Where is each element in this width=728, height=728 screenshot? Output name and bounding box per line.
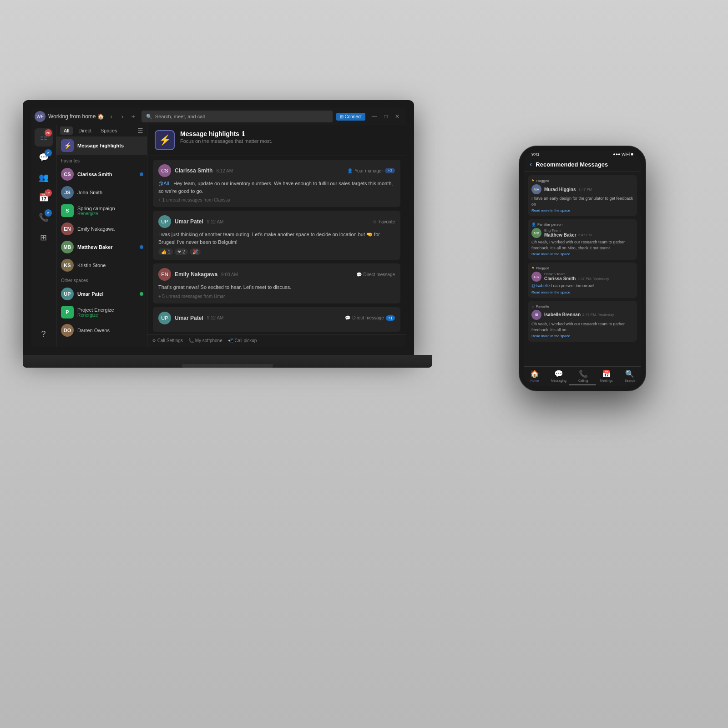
matthew-phone-sender: Matthew Baker — [544, 233, 576, 238]
phone-nav-messaging[interactable]: 💬 Messaging — [551, 369, 566, 382]
messaging-nav-label: Messaging — [551, 379, 566, 382]
laptop-screen: WF Working from home 🏠 ‹ › + 🔍 Search, m… — [31, 108, 406, 347]
softphone-label[interactable]: 📞 My softphone — [188, 338, 222, 343]
search-nav-label: Search — [625, 379, 635, 382]
murad-time: 3:47 PM — [578, 187, 592, 192]
msg2-header: UP Umar Patel 9:12 AM ☆ Favorite — [158, 215, 395, 228]
filter-icon[interactable]: ☰ — [137, 127, 143, 134]
chat-item-kristin[interactable]: KS Kristin Stone — [56, 256, 147, 274]
tab-direct[interactable]: Direct — [75, 126, 95, 135]
chat-item-project[interactable]: P Project Energize Renergize — [56, 303, 147, 321]
highlights-icon: ⚡ — [61, 139, 74, 152]
home-nav-icon: 🏠 — [530, 369, 539, 378]
chat-item-john[interactable]: JS John Smith — [56, 183, 147, 202]
phone-home-bar — [569, 384, 596, 385]
reaction-heart[interactable]: ❤ 2 — [175, 248, 187, 255]
emily-name: Emily Nakagawa — [77, 226, 115, 232]
msg4-time: 9:12 AM — [207, 315, 224, 320]
reaction-thumbs[interactable]: 👍 1 — [158, 248, 173, 255]
tab-spaces[interactable]: Spaces — [97, 126, 121, 135]
chat-badge: 2 — [45, 149, 52, 157]
msg1-body: - Hey team, update on our inventory numb… — [158, 181, 393, 194]
search-bar[interactable]: 🔍 Search, meet, and call — [142, 111, 333, 122]
msg1-badge: 👤 Your manager +3 — [347, 168, 395, 173]
phone-nav-search[interactable]: 🔍 Search — [625, 369, 635, 382]
sidebar-calendar-icon[interactable]: 📅 12 — [35, 188, 53, 207]
isabelle-sender: Isabelle Brennan — [544, 312, 581, 317]
clarissa-team: Design Team — [544, 272, 609, 276]
connect-button[interactable]: ⊞ Connect — [336, 113, 365, 121]
sidebar-calls-icon[interactable]: 📞 2 — [35, 208, 53, 227]
spring-name: Spring campaign — [77, 206, 115, 211]
main-header: ⚡ Message highlights ℹ Focus on the mess… — [147, 125, 406, 156]
isabelle-time: 2:47 PM, Yesterday — [582, 313, 614, 317]
reaction-party[interactable]: 🎉 — [190, 248, 201, 255]
murad-read-more[interactable]: Read more in the space — [531, 208, 633, 212]
phone-time: 9:41 — [531, 152, 540, 157]
chat-list-panel: All Direct Spaces ☰ ⚡ Message highlights… — [56, 125, 147, 347]
sidebar-teams-icon[interactable]: 👥 — [35, 168, 53, 187]
msg4-badge: 💬 Direct message +1 — [345, 315, 395, 321]
chat-item-emily[interactable]: EN Emily Nakagawa — [56, 220, 147, 238]
phone-msg-clarissa[interactable]: ⚑ Flagged CS Design Team Clarissa Smith … — [528, 263, 637, 298]
nav-forward-btn[interactable]: › — [118, 112, 127, 121]
sidebar-help-icon[interactable]: ? — [35, 325, 53, 343]
phone: 9:41 ●●● WiFi ■ ‹ Recommended Messages ⚑… — [519, 146, 646, 391]
darren-name: Darren Owens — [77, 328, 110, 333]
msg3-footer[interactable]: + 5 unread messages from Umar — [158, 294, 395, 299]
tab-all[interactable]: All — [60, 126, 73, 135]
chat-item-matthew[interactable]: MB Matthew Baker — [56, 238, 147, 256]
kristin-name: Kristin Stone — [77, 263, 106, 268]
emily-avatar: EN — [61, 222, 74, 235]
chat-item-darren[interactable]: DO Darren Owens — [56, 321, 147, 339]
phone-nav-calling[interactable]: 📞 Calling — [578, 369, 588, 382]
star-icon: ☆ — [373, 219, 377, 224]
clarissa-phone-header: CS Design Team Clarissa Smith 4:47 PM, Y… — [531, 272, 633, 282]
main-title: Message highlights ℹ — [180, 130, 399, 137]
close-button[interactable]: ✕ — [392, 112, 402, 121]
call-pickup-label[interactable]: 📲 Call pickup — [228, 338, 257, 343]
sidebar-apps-icon[interactable]: ⊞ — [35, 228, 53, 247]
clarissa-phone-text: @Isabelle I can present tomorrow! — [531, 283, 633, 289]
project-avatar: P — [61, 306, 74, 318]
minimize-button[interactable]: — — [369, 112, 380, 121]
teams-app: WF Working from home 🏠 ‹ › + 🔍 Search, m… — [31, 108, 406, 347]
nav-add-btn[interactable]: + — [129, 112, 138, 121]
spring-info: Spring campaign Renergize — [77, 206, 115, 216]
sidebar-activity-icon[interactable]: ⚏ 20 — [35, 128, 53, 147]
call-settings-label[interactable]: ⚙ Call Settings — [152, 338, 183, 343]
msg3-time: 9:00 AM — [221, 272, 238, 277]
meetings-nav-icon: 📅 — [602, 369, 611, 378]
matthew-read-more[interactable]: Read more in the space — [531, 252, 633, 256]
maximize-button[interactable]: □ — [382, 112, 390, 121]
chat-item-spring[interactable]: S Spring campaign Renergize — [56, 202, 147, 220]
msg4-sender: Umar Patel — [175, 315, 203, 321]
phone-nav-meetings[interactable]: 📅 Meetings — [600, 369, 612, 382]
phone-msg-matthew[interactable]: 👤 Familiar person MB Eng Team Matthew Ba… — [528, 219, 637, 260]
phone-msg-isabelle[interactable]: ☆ Favorite IB Isabelle Brennan 2:47 PM, … — [528, 301, 637, 342]
john-name: John Smith — [77, 190, 102, 195]
matthew-avatar: MB — [61, 241, 74, 253]
sidebar-chat-icon[interactable]: 💬 2 — [35, 148, 53, 167]
nav-back-btn[interactable]: ‹ — [107, 112, 116, 121]
msg1-time: 8:12 AM — [216, 168, 233, 173]
direct2-label: Direct message — [352, 315, 384, 320]
chat-item-clarissa[interactable]: CS Clarissa Smith — [56, 165, 147, 183]
message-card-umar: UP Umar Patel 9:12 AM ☆ Favorite — [153, 211, 400, 260]
message-highlights-item[interactable]: ⚡ Message highlights — [56, 136, 147, 155]
msg1-footer[interactable]: + 1 unread messages from Clarissa — [158, 197, 395, 202]
direct2-icon: 💬 — [345, 315, 350, 320]
phone-bezel: 9:41 ●●● WiFi ■ ‹ Recommended Messages ⚑… — [519, 146, 646, 391]
clarissa-read-more[interactable]: Read more in the space — [531, 290, 633, 294]
chat-item-umar[interactable]: UP Umar Patel — [56, 285, 147, 303]
star-icon-isabelle: ☆ — [531, 304, 535, 308]
home-nav-label: Home — [531, 379, 539, 382]
phone-back-button[interactable]: ‹ — [530, 160, 532, 168]
phone-nav-home[interactable]: 🏠 Home — [530, 369, 539, 382]
isabelle-read-more[interactable]: Read more in the space — [531, 334, 633, 338]
info-icon[interactable]: ℹ — [242, 130, 244, 137]
user-avatar[interactable]: WF — [35, 111, 46, 122]
message-card-umar2: UP Umar Patel 9:12 AM 💬 Direct message +… — [153, 307, 400, 332]
phone-msg-murad[interactable]: ⚑ Flagged MH Murad Higgins 3:47 PM I hav… — [528, 175, 637, 216]
calling-nav-icon: 📞 — [579, 369, 588, 378]
